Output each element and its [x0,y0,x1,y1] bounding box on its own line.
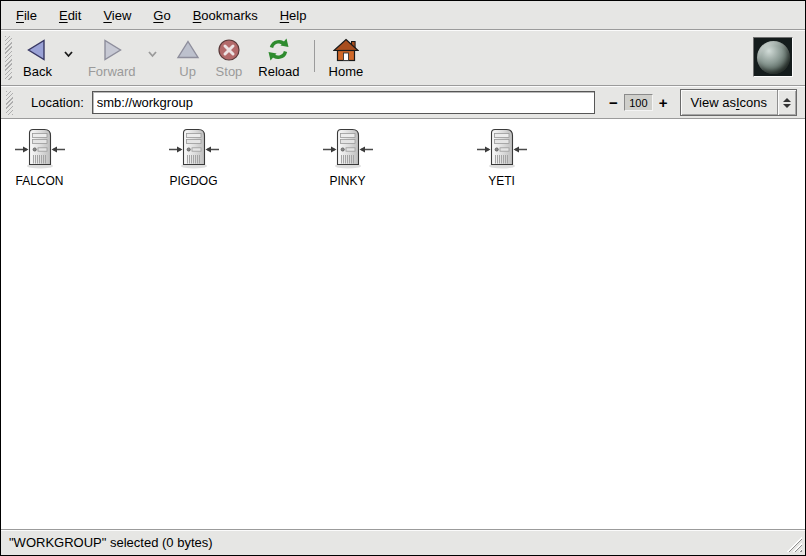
menu-view[interactable]: View [92,1,142,29]
toolbar-spacer [371,32,753,84]
chevron-down-icon [63,50,74,58]
server-icon [476,127,528,171]
server-item-pigdog[interactable]: PIGDOG [157,127,230,188]
server-item-label: YETI [488,174,515,188]
toolbar-separator [314,40,315,72]
menu-file[interactable]: File [5,1,48,29]
resize-grip-icon[interactable] [786,536,802,552]
server-icon [14,127,66,171]
status-text: "WORKGROUP" selected (0 bytes) [9,535,213,550]
stop-icon [217,36,241,63]
location-bar-grip[interactable] [6,91,13,115]
dropdown-arrows-icon [777,90,796,115]
chevron-down-icon [147,50,158,58]
status-bar: "WORKGROUP" selected (0 bytes) [1,529,805,555]
back-history-dropdown[interactable] [60,38,78,70]
zoom-in-button[interactable]: + [659,96,668,110]
server-item-label: PIGDOG [169,174,217,188]
menu-bookmarks[interactable]: Bookmarks [182,1,269,29]
menu-edit[interactable]: Edit [48,1,92,29]
reload-icon [266,36,291,63]
menu-go[interactable]: Go [142,1,181,29]
server-icon [322,127,374,171]
location-label: Location: [31,95,84,110]
home-button-label: Home [329,65,364,79]
back-button-label: Back [23,65,52,79]
up-button[interactable]: Up [168,32,208,84]
zoom-control: − 100 + [609,94,668,111]
zoom-out-button[interactable]: − [609,96,618,110]
server-item-falcon[interactable]: FALCON [3,127,76,188]
throbber [753,37,793,77]
server-item-yeti[interactable]: YETI [465,127,538,188]
server-icon [168,127,220,171]
view-as-label: View as Icons [681,90,777,115]
menu-bar: File Edit View Go Bookmarks Help [1,1,805,30]
menu-help[interactable]: Help [269,1,318,29]
stop-button[interactable]: Stop [208,32,251,84]
view-as-dropdown[interactable]: View as Icons [680,89,797,116]
stop-button-label: Stop [216,65,243,79]
toolbar: Back Forward Up Stop [1,30,805,86]
toolbar-grip[interactable] [5,36,12,80]
server-item-label: FALCON [15,174,63,188]
file-manager-window: File Edit View Go Bookmarks Help Back Fo… [0,0,806,556]
server-item-label: PINKY [329,174,365,188]
reload-button-label: Reload [258,65,299,79]
server-item-pinky[interactable]: PINKY [311,127,384,188]
reload-button[interactable]: Reload [250,32,307,84]
back-button[interactable]: Back [15,32,60,84]
icon-view[interactable]: FALCON PIGDOG PINKY YETI [1,119,805,529]
back-arrow-icon [25,36,49,63]
up-button-label: Up [179,65,196,79]
home-icon [333,36,359,63]
throbber-sphere-icon [757,41,790,74]
forward-arrow-icon [100,36,124,63]
up-arrow-icon [176,36,200,63]
forward-button-label: Forward [88,65,136,79]
home-button[interactable]: Home [321,32,372,84]
forward-history-dropdown[interactable] [144,38,162,70]
zoom-level-indicator[interactable]: 100 [624,94,653,111]
location-bar: Location: − 100 + View as Icons [1,86,805,119]
location-input[interactable] [92,91,595,114]
forward-button[interactable]: Forward [80,32,144,84]
